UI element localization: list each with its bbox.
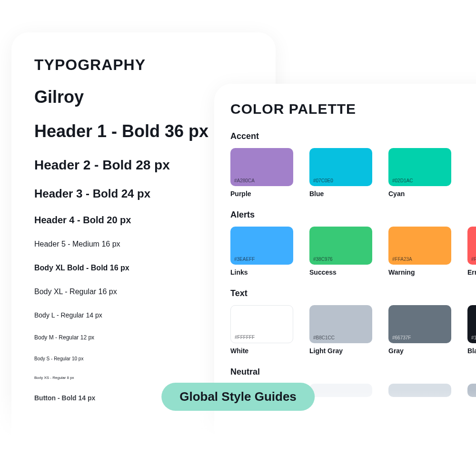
swatch-box: #FFFFFF <box>230 305 293 343</box>
swatch-label: Error <box>467 268 476 276</box>
swatch-hex: #FFA23A <box>392 257 412 262</box>
swatch-box: #B8C1CC <box>309 305 372 343</box>
swatch-hex: #141820 <box>471 335 476 340</box>
group-title-accent: Accent <box>230 131 476 141</box>
swatch-light-gray: #B8C1CC Light Gray <box>309 305 372 355</box>
swatch-neutral-2 <box>309 384 372 397</box>
swatch-label: Gray <box>388 347 451 355</box>
swatch-label: Warning <box>388 268 451 276</box>
group-title-neutral: Neutral <box>230 367 476 377</box>
swatch-hex: #FF5A5A <box>471 257 476 262</box>
swatch-box: #66737F <box>388 305 451 343</box>
swatch-box <box>388 384 451 397</box>
swatch-row-accent: #A280CA Purple #07C0E0 Blue #02D1AC Cyan <box>230 148 476 198</box>
swatch-box <box>309 384 372 397</box>
swatch-label: Purple <box>230 190 293 198</box>
swatch-label: Black <box>467 347 476 355</box>
swatch-label: Light Gray <box>309 347 372 355</box>
swatch-cyan: #02D1AC Cyan <box>388 148 451 198</box>
group-title-alerts: Alerts <box>230 210 476 220</box>
swatch-warning: #FFA23A Warning <box>388 227 451 276</box>
swatch-label: Cyan <box>388 190 451 198</box>
style-guides-pill: Global Style Guides <box>161 383 315 411</box>
swatch-error: #FF5A5A Error <box>467 227 476 276</box>
swatch-gray: #66737F Gray <box>388 305 451 355</box>
swatch-box: #A280CA <box>230 148 293 186</box>
swatch-success: #38C976 Success <box>309 227 372 276</box>
swatch-purple: #A280CA Purple <box>230 148 293 198</box>
swatch-hex: #07C0E0 <box>313 178 333 183</box>
swatch-hex: #02D1AC <box>392 178 413 183</box>
typography-heading: TYPOGRAPHY <box>34 56 253 74</box>
swatch-box: #141820 <box>467 305 476 343</box>
swatch-black: #141820 Black <box>467 305 476 355</box>
swatch-links: #3EAEFF Links <box>230 227 293 276</box>
swatch-label: Links <box>230 268 293 276</box>
swatch-box: #FF5A5A <box>467 227 476 265</box>
swatch-row-text: #FFFFFF White #B8C1CC Light Gray #66737F… <box>230 305 476 355</box>
swatch-hex: #66737F <box>392 335 411 340</box>
swatch-neutral-4 <box>467 384 476 397</box>
swatch-white: #FFFFFF White <box>230 305 293 355</box>
swatch-row-alerts: #3EAEFF Links #38C976 Success #FFA23A Wa… <box>230 227 476 276</box>
swatch-hex: #A280CA <box>234 178 255 183</box>
swatch-box: #38C976 <box>309 227 372 265</box>
swatch-box: #07C0E0 <box>309 148 372 186</box>
color-palette-heading: COLOR PALETTE <box>230 101 476 117</box>
swatch-label: Blue <box>309 190 372 198</box>
swatch-hex: #3EAEFF <box>234 257 255 262</box>
group-title-text: Text <box>230 288 476 298</box>
swatch-blue: #07C0E0 Blue <box>309 148 372 198</box>
swatch-label: Success <box>309 268 372 276</box>
swatch-box: #3EAEFF <box>230 227 293 265</box>
swatch-hex: #B8C1CC <box>313 335 335 340</box>
swatch-label: White <box>230 347 293 355</box>
swatch-box: #02D1AC <box>388 148 451 186</box>
swatch-neutral-3 <box>388 384 451 397</box>
swatch-box <box>467 384 476 397</box>
swatch-hex: #38C976 <box>313 257 333 262</box>
swatch-hex: #FFFFFF <box>235 335 255 340</box>
swatch-box: #FFA23A <box>388 227 451 265</box>
